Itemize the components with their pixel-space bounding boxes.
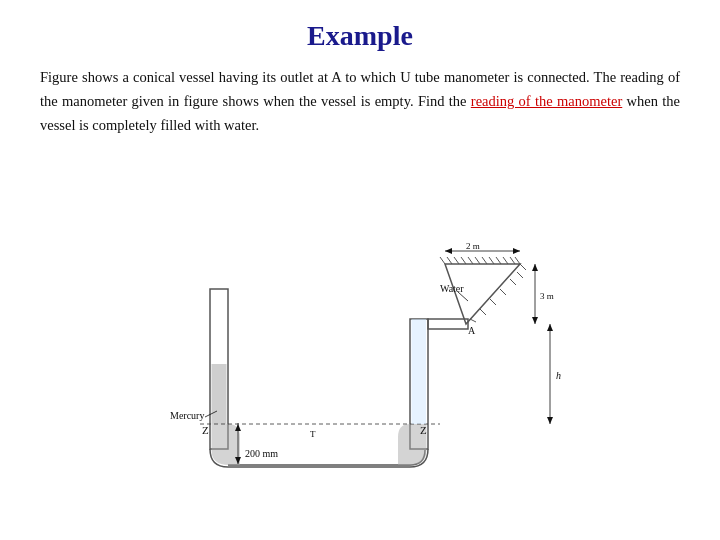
description-text: Figure shows a conical vessel having its… (40, 66, 680, 138)
svg-text:Z: Z (202, 424, 209, 436)
svg-line-32 (480, 309, 486, 315)
highlight-reading: reading of the manometer (471, 93, 622, 109)
svg-text:Z: Z (420, 424, 427, 436)
svg-line-27 (520, 264, 526, 270)
svg-marker-38 (513, 248, 520, 254)
svg-line-23 (496, 257, 501, 264)
figure-area: Mercury 200 mm Z Z T A (40, 148, 680, 520)
svg-text:2 m: 2 m (466, 241, 480, 251)
mercury-label: Mercury (170, 410, 204, 421)
diagram-svg: Mercury 200 mm Z Z T A (150, 189, 570, 479)
svg-line-22 (489, 257, 494, 264)
page: Example Figure shows a conical vessel ha… (0, 0, 720, 540)
svg-line-18 (461, 257, 466, 264)
svg-text:A: A (468, 325, 476, 336)
svg-line-24 (503, 257, 508, 264)
svg-rect-1 (212, 364, 227, 424)
svg-text:h: h (556, 370, 561, 381)
svg-line-25 (510, 257, 515, 264)
svg-marker-37 (445, 248, 452, 254)
svg-line-28 (517, 272, 523, 278)
svg-line-26 (515, 257, 520, 264)
page-title: Example (40, 20, 680, 52)
svg-line-31 (490, 299, 496, 305)
desc-line1: Figure shows a conical vessel having its… (40, 69, 680, 133)
svg-line-20 (475, 257, 480, 264)
svg-text:200 mm: 200 mm (245, 448, 278, 459)
svg-marker-41 (532, 264, 538, 271)
svg-line-15 (440, 257, 445, 264)
svg-rect-48 (412, 319, 427, 424)
svg-line-33 (470, 319, 476, 322)
svg-rect-12 (428, 319, 468, 329)
svg-line-29 (510, 279, 516, 285)
svg-line-16 (447, 257, 452, 264)
svg-marker-45 (547, 324, 553, 331)
svg-line-21 (482, 257, 487, 264)
svg-line-30 (500, 289, 506, 295)
svg-marker-14 (445, 264, 520, 324)
svg-line-17 (454, 257, 459, 264)
svg-line-19 (468, 257, 473, 264)
svg-text:3 m: 3 m (540, 291, 554, 301)
svg-marker-42 (532, 317, 538, 324)
svg-text:T: T (310, 429, 316, 439)
svg-text:Water: Water (440, 283, 464, 294)
svg-marker-46 (547, 417, 553, 424)
